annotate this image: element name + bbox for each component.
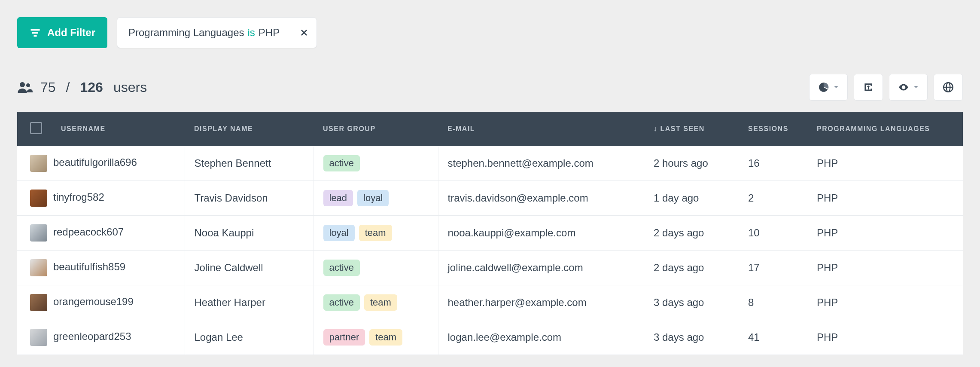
display-name: Stephen Bennett (185, 146, 313, 181)
user-group-cell: active (313, 251, 438, 285)
th-languages[interactable]: PROGRAMMING LANGUAGES (807, 112, 963, 146)
display-name: Heather Harper (185, 285, 313, 320)
th-display-name[interactable]: DISPLAY NAME (185, 112, 313, 146)
group-tag-loyal: loyal (323, 225, 355, 241)
email: logan.lee@example.com (438, 320, 644, 355)
avatar (30, 190, 47, 207)
filter-operator: is (248, 27, 255, 39)
group-tag-active: active (323, 294, 360, 311)
th-last-seen[interactable]: ↓LAST SEEN (644, 112, 739, 146)
user-group-cell: active (313, 146, 438, 181)
user-group-cell: leadloyal (313, 181, 438, 216)
chart-view-button[interactable] (809, 74, 848, 101)
group-tag-active: active (323, 260, 360, 276)
username: greenleopard253 (53, 330, 131, 342)
email: stephen.bennett@example.com (438, 146, 644, 181)
table-row[interactable]: greenleopard253Logan Leepartnerteamlogan… (17, 320, 963, 355)
email: heather.harper@example.com (438, 285, 644, 320)
globe-button[interactable] (934, 74, 963, 101)
add-filter-label: Add Filter (47, 27, 95, 39)
select-all-checkbox[interactable] (30, 122, 42, 134)
user-group-cell: loyalteam (313, 216, 438, 251)
globe-icon (943, 82, 954, 93)
sessions: 41 (739, 320, 807, 355)
table-row[interactable]: beautifulfish859Joline Caldwellactivejol… (17, 251, 963, 285)
last-seen: 1 day ago (644, 181, 739, 216)
add-filter-button[interactable]: Add Filter (17, 17, 107, 48)
users-table-wrap: USERNAME DISPLAY NAME USER GROUP E-MAIL … (17, 112, 963, 355)
display-name: Joline Caldwell (185, 251, 313, 285)
visibility-button[interactable] (889, 74, 928, 101)
table-row[interactable]: tinyfrog582Travis Davidsonleadloyaltravi… (17, 181, 963, 216)
count-total: 126 (80, 80, 103, 95)
languages: PHP (807, 216, 963, 251)
languages: PHP (807, 285, 963, 320)
user-count: 75 / 126 users (17, 80, 147, 95)
avatar (30, 294, 47, 311)
eye-icon (898, 82, 909, 93)
summary-row: 75 / 126 users (17, 74, 963, 101)
user-group-cell: partnerteam (313, 320, 438, 355)
last-seen: 2 days ago (644, 216, 739, 251)
filter-bar: Add Filter Programming Languages is PHP (17, 17, 963, 48)
last-seen: 3 days ago (644, 285, 739, 320)
email: joline.caldwell@example.com (438, 251, 644, 285)
chevron-down-icon (913, 85, 919, 90)
group-tag-partner: partner (323, 329, 365, 346)
languages: PHP (807, 320, 963, 355)
last-seen: 2 days ago (644, 251, 739, 285)
th-sessions[interactable]: SESSIONS (739, 112, 807, 146)
group-tag-loyal: loyal (357, 190, 389, 206)
th-username[interactable]: USERNAME (52, 112, 185, 146)
export-button[interactable] (854, 74, 883, 101)
sessions: 16 (739, 146, 807, 181)
table-row[interactable]: orangemouse199Heather Harperactiveteamhe… (17, 285, 963, 320)
languages: PHP (807, 146, 963, 181)
filter-chip-remove[interactable] (291, 18, 317, 48)
table-row[interactable]: redpeacock607Nooa Kauppiloyalteamnooa.ka… (17, 216, 963, 251)
group-tag-team: team (359, 225, 392, 241)
username: tinyfrog582 (53, 191, 104, 203)
table-header: USERNAME DISPLAY NAME USER GROUP E-MAIL … (17, 112, 963, 146)
filter-field: Programming Languages (128, 27, 244, 39)
svg-point-6 (26, 83, 30, 87)
th-user-group[interactable]: USER GROUP (313, 112, 438, 146)
count-separator: / (66, 80, 70, 95)
email: travis.davidson@example.com (438, 181, 644, 216)
sessions: 8 (739, 285, 807, 320)
filter-value: PHP (259, 27, 280, 39)
display-name: Travis Davidson (185, 181, 313, 216)
view-toggles (809, 74, 963, 101)
sessions: 10 (739, 216, 807, 251)
svg-point-5 (20, 82, 25, 87)
languages: PHP (807, 251, 963, 285)
username: redpeacock607 (53, 226, 124, 238)
filter-icon (29, 27, 41, 39)
svg-rect-1 (32, 32, 38, 34)
sessions: 17 (739, 251, 807, 285)
avatar (30, 155, 47, 172)
users-table: USERNAME DISPLAY NAME USER GROUP E-MAIL … (17, 112, 963, 355)
avatar (30, 329, 47, 346)
username: beautifulgorilla696 (53, 156, 137, 168)
chevron-down-icon (834, 85, 839, 90)
filter-chip-text[interactable]: Programming Languages is PHP (117, 18, 291, 48)
group-tag-team: team (369, 329, 402, 346)
users-icon (17, 80, 33, 95)
svg-rect-2 (34, 35, 37, 37)
last-seen: 3 days ago (644, 320, 739, 355)
count-shown: 75 (40, 80, 56, 95)
username: orangemouse199 (53, 296, 134, 307)
table-body: beautifulgorilla696Stephen Bennettactive… (17, 146, 963, 355)
table-row[interactable]: beautifulgorilla696Stephen Bennettactive… (17, 146, 963, 181)
th-email[interactable]: E-MAIL (438, 112, 644, 146)
th-last-seen-label: LAST SEEN (660, 125, 705, 132)
close-icon (300, 28, 308, 37)
avatar (30, 224, 47, 242)
sort-desc-icon: ↓ (654, 125, 658, 132)
display-name: Nooa Kauppi (185, 216, 313, 251)
export-icon (863, 82, 874, 93)
filter-chip: Programming Languages is PHP (117, 17, 317, 48)
languages: PHP (807, 181, 963, 216)
group-tag-active: active (323, 155, 360, 171)
